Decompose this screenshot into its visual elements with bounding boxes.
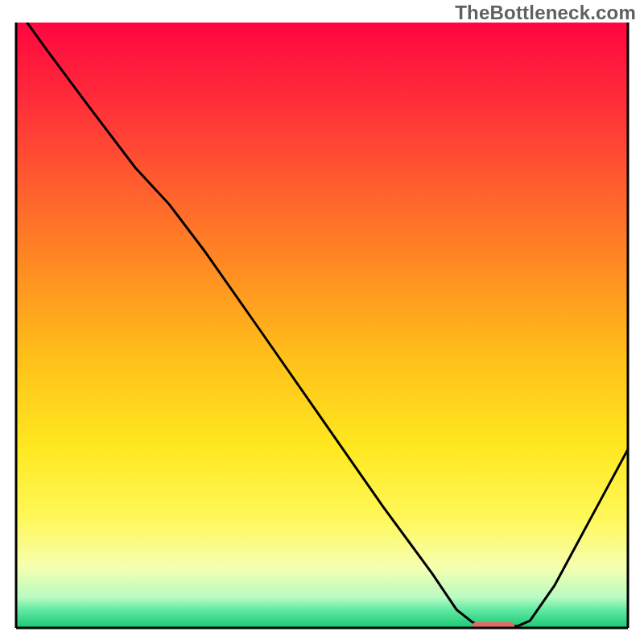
- optimal-marker: [472, 622, 514, 631]
- chart-svg: [0, 0, 644, 644]
- gradient-background: [16, 23, 628, 628]
- chart-container: TheBottleneck.com: [0, 0, 644, 644]
